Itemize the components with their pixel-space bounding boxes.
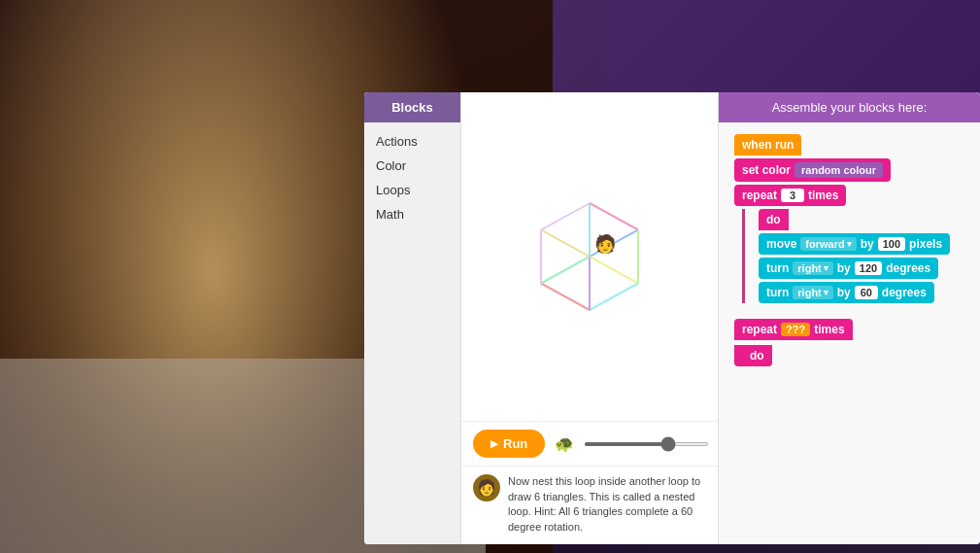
canvas-area: 🧑 Run 🐢 🐇 🧑 Now nest this loop inside an…	[461, 92, 719, 544]
svg-line-14	[541, 230, 590, 258]
forward-dropdown[interactable]: forward	[800, 237, 856, 251]
when-run-block[interactable]: when run	[734, 134, 801, 156]
move-label: move	[766, 237, 796, 251]
svg-line-11	[541, 284, 590, 311]
sidebar-item-actions[interactable]: Actions	[376, 132, 449, 151]
workspace-header: Assemble your blocks here:	[719, 92, 980, 122]
sidebar-item-color[interactable]: Color	[376, 156, 449, 175]
pixels-label: pixels	[909, 237, 942, 251]
nested-repeat-group: repeat ??? times do	[734, 319, 964, 366]
canvas-controls: Run 🐢 🐇	[461, 421, 718, 466]
instruction-avatar: 🧑	[473, 474, 500, 501]
nested-repeat-row: repeat ??? times	[734, 319, 964, 340]
hexagon-drawing	[512, 189, 667, 325]
set-color-label: set color	[742, 163, 791, 177]
run-button[interactable]: Run	[473, 430, 545, 458]
random-colour-block[interactable]: random colour	[794, 162, 883, 178]
do-row: do	[759, 209, 964, 230]
blocks-list: Actions Color Loops Math	[364, 122, 460, 233]
turn2-block[interactable]: turn right by 60 degrees	[759, 282, 934, 303]
turn1-block[interactable]: turn right by 120 degrees	[759, 258, 938, 279]
turn1-label: turn	[766, 261, 789, 275]
svg-line-4	[590, 203, 638, 230]
canvas-instruction: 🧑 Now nest this loop inside another loop…	[461, 466, 718, 544]
turn2-row: turn right by 60 degrees	[759, 282, 964, 303]
move-row: move forward by 100 pixels	[759, 233, 964, 255]
repeat-value-input[interactable]: 3	[781, 189, 804, 202]
move-value-input[interactable]: 100	[878, 237, 905, 251]
turn2-value-input[interactable]: 60	[855, 286, 878, 299]
when-run-row: when run	[734, 134, 964, 156]
nested-repeat-block[interactable]: repeat ??? times	[734, 319, 853, 340]
nested-repeat-label: repeat	[742, 323, 777, 336]
nested-repeat-value[interactable]: ???	[781, 323, 810, 336]
svg-line-8	[590, 257, 638, 284]
right1-dropdown[interactable]: right	[793, 261, 832, 275]
times-label: times	[808, 189, 838, 202]
set-color-row: set color random colour	[734, 158, 964, 182]
svg-line-12	[541, 257, 590, 284]
right2-dropdown[interactable]: right	[793, 286, 832, 299]
turn2-label: turn	[766, 286, 789, 299]
repeat-row: repeat 3 times	[734, 185, 964, 206]
character-sprite: 🧑	[594, 233, 616, 255]
turn1-row: turn right by 120 degrees	[759, 258, 964, 279]
nested-do-block: do	[734, 345, 772, 366]
sidebar-item-math[interactable]: Math	[376, 205, 449, 224]
move-block[interactable]: move forward by 100 pixels	[759, 233, 950, 255]
repeat-block[interactable]: repeat 3 times	[734, 185, 846, 206]
degrees1-label: degrees	[886, 261, 930, 275]
blocks-sidebar: Blocks Actions Color Loops Math	[364, 92, 461, 544]
by1-label: by	[837, 261, 851, 275]
degrees2-label: degrees	[882, 286, 927, 299]
speed-slow-icon: 🐢	[555, 434, 574, 453]
speed-slider[interactable]	[584, 442, 709, 446]
workspace-content: when run set color random colour repeat …	[719, 122, 980, 544]
nested-times-label: times	[814, 323, 844, 336]
when-run-label: when run	[742, 138, 794, 152]
nested-do-row: do	[734, 343, 964, 366]
set-color-block[interactable]: set color random colour	[734, 158, 891, 182]
by2-label: by	[837, 286, 851, 299]
instruction-text: Now nest this loop inside another loop t…	[508, 474, 706, 535]
repeat-label: repeat	[742, 189, 777, 202]
blocks-workspace: Assemble your blocks here: when run set …	[719, 92, 980, 544]
svg-line-9	[590, 284, 638, 311]
nested-do-label: do	[750, 349, 764, 363]
blocks-sidebar-header: Blocks	[364, 92, 460, 122]
ui-panel: Blocks Actions Color Loops Math	[364, 92, 980, 544]
by-label: by	[861, 237, 874, 251]
do-label: do	[759, 209, 789, 230]
do-indent-block: do move forward by 100 pixels turn	[742, 209, 964, 303]
sidebar-item-loops[interactable]: Loops	[376, 181, 449, 199]
turn1-value-input[interactable]: 120	[855, 261, 882, 275]
canvas-drawing: 🧑	[461, 92, 718, 421]
